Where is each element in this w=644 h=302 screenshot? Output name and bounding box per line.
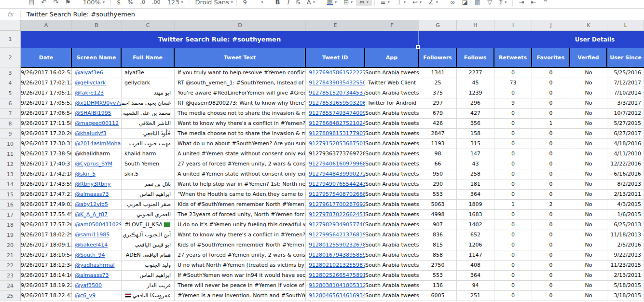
cell-followers[interactable]: 290 bbox=[419, 179, 457, 190]
cell-follows[interactable]: 364 bbox=[457, 271, 494, 281]
cell-screen-name[interactable]: @Cyprus_SYM bbox=[72, 159, 122, 169]
screen-name-link[interactable]: @almaass73 bbox=[75, 272, 109, 278]
cell-followers[interactable]: 836 bbox=[419, 230, 457, 240]
tweet-id-link[interactable]: 912791520536875013 bbox=[309, 140, 365, 147]
screen-name-link[interactable]: @fakre123 bbox=[75, 90, 104, 96]
cell-retweets[interactable]: 0 bbox=[494, 129, 532, 139]
cell-follows[interactable]: 181 bbox=[457, 179, 494, 190]
vertical-align-button[interactable]: ⊥▾ bbox=[393, 0, 409, 6]
cell-screen-name[interactable]: @khalidharm bbox=[72, 149, 122, 159]
column-header-c[interactable]: C bbox=[122, 20, 175, 31]
cell-favorites[interactable]: 0 bbox=[532, 240, 570, 250]
strikethrough-button[interactable]: S bbox=[293, 0, 303, 6]
cell-follows[interactable]: 2277 bbox=[457, 68, 494, 78]
format-percent-button[interactable]: % bbox=[124, 0, 137, 6]
cell-user-since[interactable]: 10/7/2012 bbox=[607, 109, 644, 119]
cell-tweet-text[interactable]: Kids of #SouthYemen remember North #Yeme… bbox=[175, 240, 306, 250]
cell-tweet-text[interactable]: RT @south_yemen_1: #SouthYemen, Instead … bbox=[175, 78, 306, 88]
cell-followers[interactable]: 553 bbox=[419, 271, 457, 281]
cell-retweets[interactable]: 0 bbox=[494, 271, 532, 281]
cell-full-name[interactable]: ابراهيم الماس bbox=[122, 271, 175, 281]
indent-increase-icon[interactable]: ⇥ bbox=[515, 0, 527, 6]
tweet-id-link[interactable]: 912769458615222272 bbox=[309, 69, 365, 76]
cell-app[interactable]: South Arabia tweets bbox=[365, 119, 419, 129]
cell-followers[interactable]: 66 bbox=[419, 159, 457, 169]
cell-tweet-id[interactable]: 912794484399902720 bbox=[306, 169, 365, 179]
cell-date[interactable]: 9/26/2017 17:06:54 bbox=[21, 109, 72, 119]
screen-name-link[interactable]: @almaass73 bbox=[75, 191, 109, 197]
cell-screen-name[interactable]: @SHAIBI1995 bbox=[72, 109, 122, 119]
cell-app[interactable]: South Arabia tweets bbox=[365, 68, 419, 78]
cell-tweet-text[interactable]: If #SouthYemen won war in94 it would hav… bbox=[175, 271, 306, 281]
tweet-id-link[interactable]: 912785574934740992 bbox=[309, 110, 365, 116]
cell-followers[interactable]: 553 bbox=[419, 190, 457, 200]
cell-full-name[interactable]: خَلُودْ اليَافِعِي bbox=[122, 129, 175, 139]
field-header-user-since[interactable]: User Since bbox=[607, 48, 644, 68]
cell-favorites[interactable]: 0 bbox=[532, 109, 570, 119]
cell-followers[interactable]: 1341 bbox=[419, 68, 457, 78]
row-number[interactable]: 22 bbox=[0, 261, 21, 271]
cell-screen-name[interactable]: @c6_v9 bbox=[72, 291, 122, 301]
tweet-id-link[interactable]: 912785316595032065 bbox=[309, 100, 365, 106]
cell-full-name[interactable]: ابو قيس اليافعي bbox=[122, 240, 175, 250]
cell-verified[interactable]: No bbox=[570, 78, 607, 88]
cell-favorites[interactable]: 0 bbox=[532, 139, 570, 149]
font-size-select[interactable]: 9▾ bbox=[239, 0, 266, 6]
cell-user-since[interactable]: 5/18/2015 bbox=[607, 281, 644, 291]
tweet-id-link[interactable]: 912801255902326784 bbox=[309, 242, 365, 248]
cell-tweet-text[interactable]: A united #Yemen state without consent on… bbox=[175, 169, 306, 179]
cell-app[interactable]: South Arabia tweets bbox=[365, 291, 419, 301]
row-number[interactable]: 10 bbox=[0, 139, 21, 149]
cell-app[interactable]: South Arabia tweets bbox=[365, 169, 419, 179]
cell-retweets[interactable]: 0 bbox=[494, 210, 532, 220]
cell-tweet-id[interactable]: 912801255902326784 bbox=[306, 240, 365, 250]
cell-user-since[interactable]: 4/11/2010 bbox=[607, 149, 644, 159]
row-number[interactable]: 14 bbox=[0, 179, 21, 190]
paint-format-icon[interactable]: ⚑ bbox=[62, 0, 74, 6]
cell-verified[interactable]: No bbox=[570, 129, 607, 139]
column-header-g[interactable]: G bbox=[419, 20, 457, 31]
column-header-f[interactable]: F bbox=[365, 20, 419, 31]
cell-app[interactable]: South Arabia tweets bbox=[365, 200, 419, 210]
cell-tweet-text[interactable]: There will never be peace in #Yemen if v… bbox=[175, 281, 306, 291]
row-number[interactable]: 4 bbox=[0, 78, 21, 88]
screen-name-link[interactable]: @khaludyf3 bbox=[75, 130, 106, 137]
cell-follows[interactable]: 1147 bbox=[457, 250, 494, 261]
column-header-h[interactable]: H bbox=[457, 20, 494, 31]
cell-screen-name[interactable]: @fakre123 bbox=[72, 88, 122, 98]
cell-favorites[interactable]: 0 bbox=[532, 281, 570, 291]
cell-verified[interactable]: No bbox=[570, 240, 607, 250]
cell-full-name[interactable]: #LOVE_U_KSA bbox=[122, 220, 175, 230]
cell-tweet-text[interactable]: #Yemen is a new invention. North and #So… bbox=[175, 291, 306, 301]
tweet-id-link[interactable]: 912784390354325504 bbox=[309, 80, 365, 86]
cell-date[interactable]: 9/26/2017 17:42:18 bbox=[21, 169, 72, 179]
cell-date[interactable]: 9/26/2017 18:14:16 bbox=[21, 271, 72, 281]
increase-decimal-button[interactable]: .00 bbox=[149, 0, 164, 5]
row-number[interactable]: 25 bbox=[0, 291, 21, 301]
cell-retweets[interactable]: 0 bbox=[494, 139, 532, 149]
number-format-select[interactable]: 123▾ bbox=[164, 0, 187, 6]
cell-verified[interactable]: No bbox=[570, 149, 607, 159]
cell-date[interactable]: 9/26/2017 17:43:59 bbox=[21, 179, 72, 190]
cell-follows[interactable]: 356 bbox=[457, 119, 494, 129]
insert-comment-icon[interactable]: ◪ bbox=[459, 0, 471, 6]
cell-date[interactable]: 9/26/2017 18:12:34 bbox=[21, 261, 72, 271]
screen-name-link[interactable]: @Rbny3Rbny bbox=[75, 181, 110, 187]
cell-app[interactable]: South Arabia tweets bbox=[365, 139, 419, 149]
screen-name-link[interactable]: @skir_5 bbox=[75, 171, 96, 177]
cell-user-since[interactable]: 2/5/2016 bbox=[607, 240, 644, 250]
cell-tweet-text[interactable]: Kids of #SouthYemen remember North #Yeme… bbox=[175, 200, 306, 210]
cell-full-name[interactable]: الناشر الخلاقي bbox=[122, 119, 175, 129]
cell-screen-name[interactable]: @khaludyf3 bbox=[72, 129, 122, 139]
cell-followers[interactable]: 858 bbox=[419, 250, 457, 261]
cell-followers[interactable]: 5063 bbox=[419, 200, 457, 210]
cell-tweet-id[interactable]: 912785316595032065 bbox=[306, 98, 365, 109]
cell-full-name[interactable]: South Yemen bbox=[122, 159, 175, 169]
cell-verified[interactable]: No bbox=[570, 230, 607, 240]
cell-date[interactable]: 9/26/2017 17:11:58 bbox=[21, 119, 72, 129]
cell-verified[interactable]: No bbox=[570, 119, 607, 129]
row-number[interactable]: 17 bbox=[0, 210, 21, 220]
cell-app[interactable]: South Arabia tweets bbox=[365, 250, 419, 261]
text-color-button[interactable]: A▾ bbox=[303, 0, 318, 6]
borders-button[interactable]: ⊞▾ bbox=[340, 0, 356, 6]
